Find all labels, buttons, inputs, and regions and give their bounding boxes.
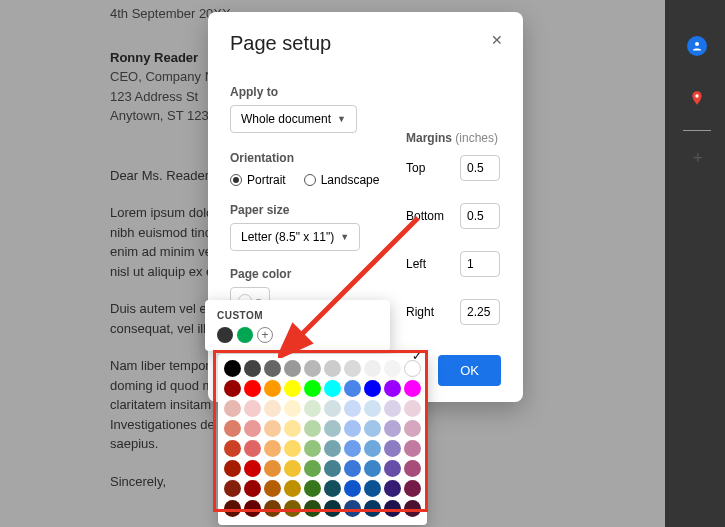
- color-swatch[interactable]: [304, 420, 321, 437]
- color-swatch[interactable]: [244, 360, 261, 377]
- color-swatch[interactable]: [404, 500, 421, 517]
- color-swatch[interactable]: [344, 380, 361, 397]
- color-swatch[interactable]: [384, 440, 401, 457]
- color-swatch[interactable]: [324, 480, 341, 497]
- color-swatch[interactable]: [364, 400, 381, 417]
- margin-left-label: Left: [406, 257, 452, 271]
- color-swatch[interactable]: [244, 400, 261, 417]
- color-swatch[interactable]: [304, 360, 321, 377]
- color-swatch[interactable]: [264, 440, 281, 457]
- color-swatch[interactable]: [384, 420, 401, 437]
- color-swatch[interactable]: [264, 420, 281, 437]
- ok-button[interactable]: OK: [438, 355, 501, 386]
- close-button[interactable]: ✕: [489, 32, 505, 48]
- color-swatch[interactable]: [344, 440, 361, 457]
- color-swatch[interactable]: [324, 380, 341, 397]
- color-swatch[interactable]: [404, 420, 421, 437]
- color-swatch[interactable]: [284, 460, 301, 477]
- color-swatch[interactable]: [224, 400, 241, 417]
- margin-top-input[interactable]: [460, 155, 500, 181]
- color-swatch[interactable]: [324, 360, 341, 377]
- color-swatch[interactable]: [244, 420, 261, 437]
- color-swatch[interactable]: [244, 440, 261, 457]
- margin-left-input[interactable]: [460, 251, 500, 277]
- color-swatch[interactable]: [324, 440, 341, 457]
- color-swatch[interactable]: [224, 440, 241, 457]
- color-swatch[interactable]: [344, 420, 361, 437]
- color-swatch[interactable]: [384, 360, 401, 377]
- color-swatch[interactable]: [364, 440, 381, 457]
- color-swatch[interactable]: [244, 380, 261, 397]
- color-swatch[interactable]: [404, 480, 421, 497]
- contacts-icon[interactable]: [687, 36, 707, 56]
- color-swatch[interactable]: [384, 480, 401, 497]
- color-swatch[interactable]: [344, 480, 361, 497]
- custom-color-swatch[interactable]: [217, 327, 233, 343]
- color-swatch[interactable]: [224, 380, 241, 397]
- color-swatch[interactable]: [404, 360, 421, 377]
- radio-unchecked-icon: [304, 174, 316, 186]
- color-swatch[interactable]: [304, 460, 321, 477]
- color-swatch[interactable]: [264, 360, 281, 377]
- color-swatch[interactable]: [244, 480, 261, 497]
- color-swatch[interactable]: [384, 380, 401, 397]
- color-swatch[interactable]: [344, 400, 361, 417]
- color-swatch[interactable]: [224, 500, 241, 517]
- color-swatch[interactable]: [224, 360, 241, 377]
- color-swatch[interactable]: [304, 400, 321, 417]
- orientation-portrait-radio[interactable]: Portrait: [230, 173, 286, 187]
- color-swatch[interactable]: [284, 360, 301, 377]
- add-addon-button[interactable]: +: [692, 148, 703, 169]
- color-swatch[interactable]: [264, 480, 281, 497]
- color-swatch[interactable]: [384, 400, 401, 417]
- color-swatch[interactable]: [264, 400, 281, 417]
- orientation-landscape-radio[interactable]: Landscape: [304, 173, 380, 187]
- paper-size-value: Letter (8.5" x 11"): [241, 230, 334, 244]
- color-swatch[interactable]: [324, 420, 341, 437]
- color-swatch[interactable]: [364, 480, 381, 497]
- color-swatch[interactable]: [364, 380, 381, 397]
- color-swatch[interactable]: [304, 500, 321, 517]
- color-swatch[interactable]: [284, 420, 301, 437]
- color-swatch[interactable]: [224, 480, 241, 497]
- paper-size-select[interactable]: Letter (8.5" x 11") ▼: [230, 223, 360, 251]
- custom-color-swatch[interactable]: [237, 327, 253, 343]
- color-swatch[interactable]: [284, 440, 301, 457]
- margin-bottom-input[interactable]: [460, 203, 500, 229]
- color-swatch[interactable]: [344, 500, 361, 517]
- maps-icon[interactable]: [687, 88, 707, 108]
- color-swatch[interactable]: [324, 400, 341, 417]
- color-swatch[interactable]: [304, 480, 321, 497]
- color-swatch[interactable]: [224, 460, 241, 477]
- color-swatch[interactable]: [324, 500, 341, 517]
- color-swatch[interactable]: [304, 440, 321, 457]
- color-swatch[interactable]: [384, 500, 401, 517]
- color-swatch[interactable]: [404, 400, 421, 417]
- margin-right-input[interactable]: [460, 299, 500, 325]
- color-swatch[interactable]: [264, 380, 281, 397]
- apply-to-select[interactable]: Whole document ▼: [230, 105, 357, 133]
- color-swatch[interactable]: [404, 380, 421, 397]
- color-swatch[interactable]: [344, 360, 361, 377]
- color-swatch[interactable]: [284, 400, 301, 417]
- color-swatch[interactable]: [284, 380, 301, 397]
- radio-checked-icon: [230, 174, 242, 186]
- color-swatch[interactable]: [284, 500, 301, 517]
- color-swatch[interactable]: [264, 500, 281, 517]
- color-swatch[interactable]: [224, 420, 241, 437]
- color-swatch[interactable]: [284, 480, 301, 497]
- color-swatch[interactable]: [404, 440, 421, 457]
- color-swatch[interactable]: [324, 460, 341, 477]
- color-swatch[interactable]: [364, 420, 381, 437]
- add-custom-color-button[interactable]: +: [257, 327, 273, 343]
- color-swatch[interactable]: [364, 360, 381, 377]
- color-swatch[interactable]: [244, 500, 261, 517]
- color-swatch[interactable]: [344, 460, 361, 477]
- color-swatch[interactable]: [264, 460, 281, 477]
- color-swatch[interactable]: [364, 500, 381, 517]
- color-swatch[interactable]: [384, 460, 401, 477]
- color-swatch[interactable]: [304, 380, 321, 397]
- color-swatch[interactable]: [244, 460, 261, 477]
- color-swatch[interactable]: [404, 460, 421, 477]
- color-swatch[interactable]: [364, 460, 381, 477]
